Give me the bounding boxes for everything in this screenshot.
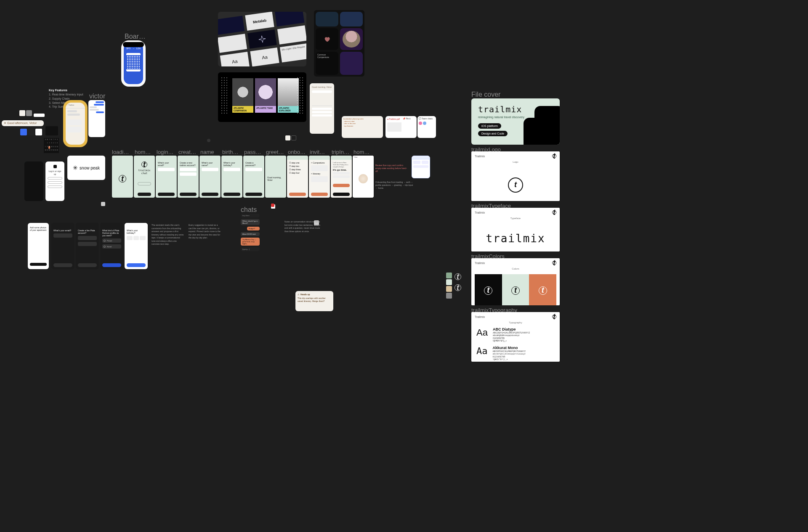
chip-red	[271, 204, 274, 207]
perplexity-logo-icon	[53, 165, 57, 168]
screen-greet[interactable]: Good morning, Victor	[265, 156, 286, 198]
frame-label-boar: Boar…	[125, 33, 146, 40]
row-label-login: login…	[157, 149, 173, 155]
frame-label-victor: victor	[89, 93, 105, 100]
screen-login[interactable]: What's your email?	[156, 156, 177, 198]
swatch-grey	[26, 110, 32, 116]
screen-invite[interactable]: > Companions > Itinerary	[309, 156, 330, 198]
brand-typeface-card: Trailmix Typeface trailmix	[471, 208, 560, 251]
moodboard-metalab: Metalab Aa Aa Elio Light / Elio Regular	[218, 12, 306, 66]
poster-0-title: ATLANTIC COMPANION	[232, 106, 253, 113]
screen-home-chat[interactable]: trailmix chat	[134, 156, 155, 198]
row-label-home2: hom…	[354, 149, 369, 155]
brand-colors-card: Trailmix Colors	[471, 258, 560, 305]
brand-cover: trailmix reimagining natural travel disc…	[471, 98, 560, 145]
moodboard-apps: CommonCompanions	[314, 10, 364, 77]
row-label-greet: greet…	[266, 149, 284, 155]
metalab-font-label: Elio Light / Elio Regular	[280, 43, 306, 62]
row-label-create: creat…	[178, 149, 196, 155]
metalab-wordmark: Metalab	[245, 12, 274, 31]
poster-1-title: ATLANTIC TAKE	[255, 106, 276, 113]
boarding-pass-phone[interactable]: SFO→LGA	[121, 40, 146, 87]
dark-create[interactable]: Create a live Plaia account?	[76, 223, 99, 269]
annotation-grey: Onboarding flow from loading → auth → pr…	[375, 181, 413, 190]
annotation-red: Review flow copy and confirm empty-state…	[375, 164, 409, 173]
mini-swatch-3	[446, 286, 452, 292]
tiny-swatch-a	[285, 135, 290, 140]
screen-tripin[interactable]: I will arrive in New York this Friday fo…	[331, 156, 352, 198]
light-upload-mock[interactable]: Add some photos of your apartment	[28, 223, 49, 269]
screen-password[interactable]: Create a password?	[243, 156, 264, 198]
row-label-tripin: tripIn…	[332, 149, 349, 155]
login-opt-1[interactable]	[48, 181, 62, 184]
perplexity-login[interactable]: Log in or sign up	[45, 161, 64, 201]
paragraph-a: The assistant reads the user's constrain…	[152, 224, 184, 246]
key-features-title: Key Features	[49, 88, 67, 92]
mini-swatch-4	[446, 293, 452, 299]
row-label-pass: pass…	[244, 149, 261, 155]
brand-pill-1: Design and Code	[478, 131, 508, 136]
victor-chat-panel	[88, 100, 105, 137]
warning-icon: ⚠︎	[298, 293, 299, 296]
screen-home-chat-2[interactable]: Chat	[353, 156, 374, 198]
row-label-loading: loadi…	[112, 149, 129, 155]
screen-birthday[interactable]: When's your birthday?	[221, 156, 242, 198]
row-label-name: name	[200, 149, 214, 155]
dark-email[interactable]: What's your email?	[51, 223, 74, 269]
note-pin-b[interactable]: 📌 Pin it	[401, 116, 417, 138]
mini-swatch-2	[446, 279, 452, 285]
tiny-dark-card	[45, 126, 58, 135]
row-label-birth: birth…	[222, 149, 238, 155]
mini-logo-2	[454, 284, 461, 291]
popover-mock[interactable]	[412, 156, 430, 178]
frame-label-file-cover: File cover	[471, 91, 500, 98]
light-birthday[interactable]: What's your birthday?	[125, 223, 148, 269]
chat-bubbles: hey there Where should I go in March? Bu…	[241, 214, 260, 251]
screen-loading[interactable]	[112, 156, 133, 198]
login-opt-2[interactable]	[48, 185, 62, 188]
mini-calendar[interactable]: SMTWTFS 123456 78910111213 1415161718192…	[44, 138, 59, 153]
poster-2-title: ATLANTIC EXPLORER	[278, 106, 299, 113]
swatch-white	[35, 129, 42, 135]
heart-icon	[324, 36, 330, 42]
stray-dot	[207, 139, 210, 142]
snowpeak-card: ✳snow peak	[67, 156, 105, 180]
frame-label-chats: chats	[241, 206, 257, 214]
ai-card: Good morning, Victor	[310, 83, 334, 134]
metalab-aa-2: Aa	[250, 48, 279, 66]
email-input[interactable]	[158, 168, 175, 171]
screen-onboarding[interactable]: ☐ step one ☐ step two ☐ step three ☐ ste…	[287, 156, 308, 198]
tiny-swatch-b	[291, 135, 296, 140]
brand-logo-card: Trailmix Logo	[471, 151, 560, 201]
sparkle-icon	[258, 34, 267, 44]
mini-swatch-1	[446, 273, 452, 278]
paragraph-c: Notes on conversation structure: keep bo…	[284, 220, 322, 233]
swatch-blue	[20, 129, 27, 135]
screen-name[interactable]: What's your name?	[199, 156, 221, 198]
row-label-home1: hom…	[135, 149, 151, 155]
sticky-note: handwritten planning notes· where to sta…	[342, 116, 383, 138]
brand-typography-card: Trailmix Typography Aa ABC Diatype ABCDE…	[471, 312, 560, 362]
stray-a	[101, 202, 105, 206]
mini-logo-1	[454, 273, 461, 280]
login-opt-0[interactable]	[48, 177, 62, 180]
ai-card-greeting: Good morning, Victor	[312, 86, 332, 89]
swatch-black	[28, 129, 35, 135]
brand-pill-0: iOS platform	[478, 123, 501, 129]
qr-icon	[126, 53, 141, 71]
dialog-card[interactable]: ⚠︎Heads up This trip overlaps with anoth…	[295, 291, 333, 311]
tiny-label-card	[34, 114, 45, 117]
row-label-invite: invit…	[310, 149, 325, 155]
screen-create[interactable]: Create a new trailmix account?	[178, 156, 199, 198]
dark-profile-type[interactable]: What kind of Plaia Horizon profile do yo…	[100, 223, 123, 269]
swatch-cream	[19, 110, 25, 116]
note-pin-c[interactable]: 💬 Team chats	[417, 116, 436, 138]
row-label-onbo: onbo…	[288, 149, 306, 155]
metalab-aa: Aa	[220, 52, 250, 66]
victor-phone[interactable]: ◦ Trailmix	[63, 100, 88, 147]
poster-board: ATLANTIC COMPANION ATLANTIC TAKE ATLANTI…	[218, 72, 306, 122]
greeting-pill: ✦ Good afternoon, Victor	[2, 120, 44, 126]
hidden-dup	[24, 161, 43, 201]
paragraph-b: Every suggestion is stored as a card the…	[189, 224, 221, 240]
